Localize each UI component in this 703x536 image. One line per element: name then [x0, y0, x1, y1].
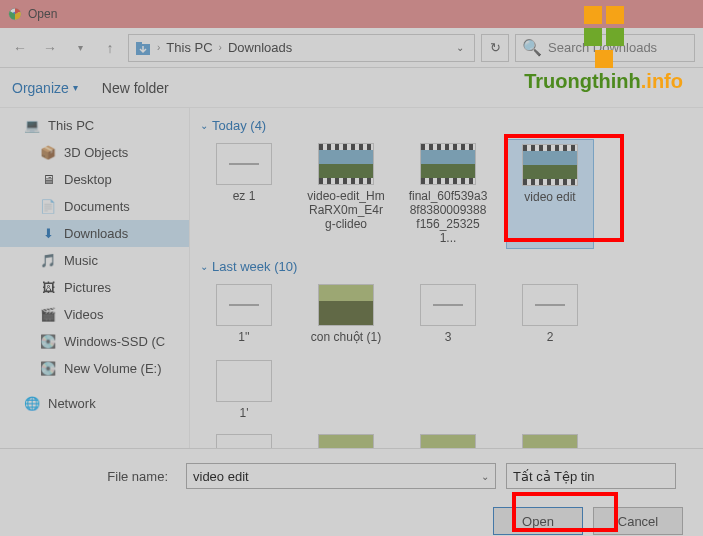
file-item[interactable]: 1': [200, 356, 288, 424]
filename-input[interactable]: video edit ⌄: [186, 463, 496, 489]
file-item[interactable]: [506, 430, 594, 448]
pc-icon: 💻: [24, 118, 40, 134]
sidebar-item-videos[interactable]: 🎬Videos: [0, 301, 189, 328]
file-name: final_60f539a38f8380009388f156_253251...: [408, 189, 488, 245]
sidebar: 💻 This PC 📦3D Objects 🖥Desktop 📄Document…: [0, 108, 190, 448]
sidebar-item-desktop[interactable]: 🖥Desktop: [0, 166, 189, 193]
sidebar-label: Pictures: [64, 280, 111, 295]
film-icon: [522, 144, 578, 186]
cube-icon: 📦: [40, 145, 56, 161]
document-icon: 📄: [40, 199, 56, 215]
image-thumb: [522, 434, 578, 448]
forward-button[interactable]: →: [38, 36, 62, 60]
sidebar-label: New Volume (E:): [64, 361, 162, 376]
group-label: Last week (10): [212, 259, 297, 274]
calendar-thumb: [216, 360, 272, 402]
file-item[interactable]: [404, 430, 492, 448]
group-today[interactable]: ⌄Today (4): [200, 118, 693, 133]
sidebar-item-downloads[interactable]: ⬇Downloads: [0, 220, 189, 247]
cancel-button[interactable]: Cancel: [593, 507, 683, 535]
chevron-right-icon: ›: [157, 42, 160, 53]
sidebar-label: 3D Objects: [64, 145, 128, 160]
sidebar-label: Downloads: [64, 226, 128, 241]
file-item[interactable]: 2: [506, 280, 594, 348]
group-lastweek[interactable]: ⌄Last week (10): [200, 259, 693, 274]
breadcrumb-thispc[interactable]: This PC: [166, 40, 212, 55]
group-label: Today (4): [212, 118, 266, 133]
file-thumb: [216, 434, 272, 448]
address-bar[interactable]: › This PC › Downloads ⌄: [128, 34, 475, 62]
chevron-down-icon: ⌄: [200, 120, 208, 131]
desktop-icon: 🖥: [40, 172, 56, 188]
address-dropdown[interactable]: ⌄: [452, 42, 468, 53]
sidebar-label: Documents: [64, 199, 130, 214]
file-item[interactable]: [302, 430, 390, 448]
file-item[interactable]: final_60f539a38f8380009388f156_253251...: [404, 139, 492, 249]
sidebar-network[interactable]: 🌐Network: [0, 390, 189, 417]
file-item-selected[interactable]: video edit: [506, 139, 594, 249]
file-item[interactable]: video-edit_HmRaRX0m_E4rg-clideo: [302, 139, 390, 249]
toolbar: Organize ▾ New folder: [0, 68, 703, 108]
file-item[interactable]: 3: [404, 280, 492, 348]
video-icon: 🎬: [40, 307, 56, 323]
recent-button[interactable]: ▾: [68, 36, 92, 60]
download-folder-icon: [135, 40, 151, 56]
sidebar-item-3dobjects[interactable]: 📦3D Objects: [0, 139, 189, 166]
sidebar-item-documents[interactable]: 📄Documents: [0, 193, 189, 220]
file-item[interactable]: con chuột (1): [302, 280, 390, 348]
svg-rect-3: [136, 42, 142, 45]
image-thumb: [420, 434, 476, 448]
dialog-footer: File name: video edit ⌄ Tất cả Tệp tin O…: [0, 448, 703, 536]
file-thumb: [522, 284, 578, 326]
file-thumb: [216, 143, 272, 185]
sidebar-item-disk-c[interactable]: 💽Windows-SSD (C: [0, 328, 189, 355]
filetype-value: Tất cả Tệp tin: [513, 469, 595, 484]
sidebar-item-disk-e[interactable]: 💽New Volume (E:): [0, 355, 189, 382]
search-box[interactable]: 🔍: [515, 34, 695, 62]
refresh-button[interactable]: ↻: [481, 34, 509, 62]
sidebar-item-music[interactable]: 🎵Music: [0, 247, 189, 274]
chevron-down-icon[interactable]: ⌄: [481, 471, 489, 482]
file-pane: ⌄Today (4) ez 1 video-edit_HmRaRX0m_E4rg…: [190, 108, 703, 448]
open-button[interactable]: Open: [493, 507, 583, 535]
file-name: video edit: [524, 190, 575, 204]
pictures-icon: 🖼: [40, 280, 56, 296]
search-input[interactable]: [548, 40, 688, 55]
file-name: 3: [445, 330, 452, 344]
image-thumb: [318, 284, 374, 326]
file-name: ez 1: [233, 189, 256, 203]
sidebar-label: Windows-SSD (C: [64, 334, 165, 349]
drive-icon: 💽: [40, 361, 56, 377]
file-name: video-edit_HmRaRX0m_E4rg-clideo: [306, 189, 386, 231]
new-folder-button[interactable]: New folder: [102, 80, 169, 96]
breadcrumb-downloads[interactable]: Downloads: [228, 40, 292, 55]
search-icon: 🔍: [522, 38, 542, 57]
file-name: con chuột (1): [311, 330, 381, 344]
chevron-right-icon: ›: [219, 42, 222, 53]
network-icon: 🌐: [24, 396, 40, 412]
chevron-down-icon: ⌄: [200, 261, 208, 272]
sidebar-label: This PC: [48, 118, 94, 133]
file-item[interactable]: [200, 430, 288, 448]
music-icon: 🎵: [40, 253, 56, 269]
nav-row: ← → ▾ ↑ › This PC › Downloads ⌄ ↻ 🔍: [0, 28, 703, 68]
file-thumb: [216, 284, 272, 326]
file-item[interactable]: 1'': [200, 280, 288, 348]
filetype-select[interactable]: Tất cả Tệp tin: [506, 463, 676, 489]
sidebar-thispc[interactable]: 💻 This PC: [0, 112, 189, 139]
back-button[interactable]: ←: [8, 36, 32, 60]
file-item[interactable]: ez 1: [200, 139, 288, 249]
sidebar-label: Network: [48, 396, 96, 411]
file-thumb: [420, 284, 476, 326]
file-name: 1'': [238, 330, 249, 344]
organize-button[interactable]: Organize ▾: [12, 80, 78, 96]
download-icon: ⬇: [40, 226, 56, 242]
sidebar-item-pictures[interactable]: 🖼Pictures: [0, 274, 189, 301]
film-icon: [318, 143, 374, 185]
sidebar-label: Music: [64, 253, 98, 268]
up-button[interactable]: ↑: [98, 36, 122, 60]
film-icon: [420, 143, 476, 185]
sidebar-label: Videos: [64, 307, 104, 322]
drive-icon: 💽: [40, 334, 56, 350]
file-name: 2: [547, 330, 554, 344]
